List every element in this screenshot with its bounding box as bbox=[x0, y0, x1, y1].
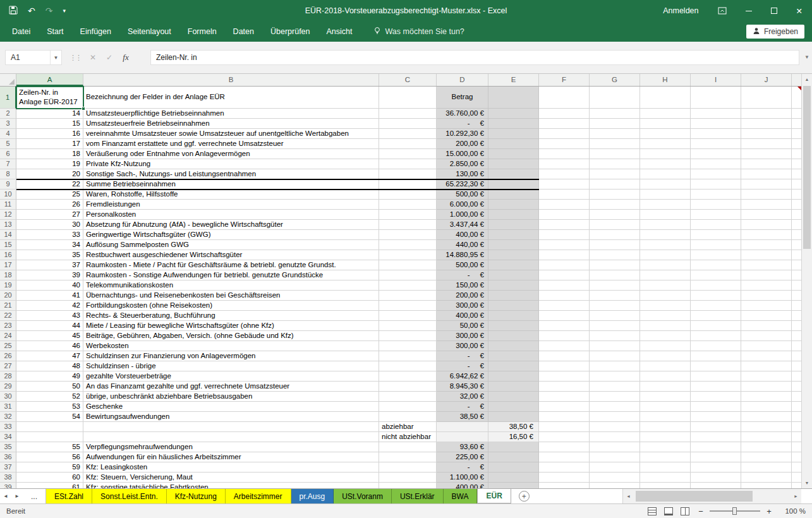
row-header[interactable]: 8 bbox=[0, 169, 16, 179]
row-header[interactable]: 34 bbox=[0, 432, 16, 442]
formula-input[interactable]: Zeilen-Nr. in bbox=[150, 50, 799, 65]
column-header-j[interactable]: J bbox=[741, 74, 792, 86]
cell-b[interactable]: Telekommunikationskosten bbox=[83, 280, 379, 291]
zoom-out-button[interactable]: − bbox=[697, 507, 705, 516]
cell-b[interactable]: Schuldzinsen - übrige bbox=[83, 361, 379, 371]
cell-empty[interactable] bbox=[691, 311, 741, 321]
cell-c[interactable]: nicht abziehbar bbox=[379, 432, 437, 442]
cell-d[interactable]: - € bbox=[437, 361, 488, 371]
cell-empty[interactable] bbox=[539, 109, 590, 119]
cell-empty[interactable] bbox=[691, 351, 741, 361]
cell-empty[interactable] bbox=[590, 432, 640, 442]
sheet-nav-right-icon[interactable]: ► bbox=[11, 489, 23, 503]
cell-c[interactable] bbox=[379, 392, 437, 402]
customize-quick-access-icon[interactable]: ▾ bbox=[63, 8, 66, 14]
column-header-d[interactable]: D bbox=[437, 74, 488, 86]
cell-a[interactable]: 42 bbox=[16, 301, 83, 311]
cell-empty[interactable] bbox=[741, 129, 792, 139]
cell-d[interactable]: 1.100,00 € bbox=[437, 473, 488, 483]
row-header[interactable]: 2 bbox=[0, 109, 16, 119]
cell-empty[interactable] bbox=[741, 159, 792, 169]
cell-empty[interactable] bbox=[691, 483, 741, 488]
cell-empty[interactable] bbox=[691, 412, 741, 422]
cell-c[interactable]: abziehbar bbox=[379, 422, 437, 432]
save-icon[interactable] bbox=[9, 6, 18, 16]
cell-a[interactable]: 35 bbox=[16, 250, 83, 260]
cell-empty[interactable] bbox=[640, 452, 691, 462]
column-header-i[interactable]: I bbox=[691, 74, 741, 86]
row-header[interactable]: 35 bbox=[0, 442, 16, 452]
cell-empty[interactable] bbox=[691, 250, 741, 260]
sheet-nav-left-icon[interactable]: ◄ bbox=[0, 489, 11, 503]
ribbon-tab-formeln[interactable]: Formeln bbox=[179, 21, 225, 42]
row-header[interactable]: 11 bbox=[0, 200, 16, 210]
cell-c[interactable] bbox=[379, 473, 437, 483]
cell-empty[interactable] bbox=[691, 200, 741, 210]
cell-e[interactable] bbox=[488, 260, 539, 270]
cell-empty[interactable] bbox=[640, 311, 691, 321]
row-header[interactable]: 24 bbox=[0, 331, 16, 341]
cell-b[interactable]: Miete / Leasing für bewegliche Wirtschaf… bbox=[83, 321, 379, 331]
cell-a[interactable]: 14 bbox=[16, 109, 83, 119]
normal-view-icon[interactable] bbox=[648, 507, 657, 515]
cell-empty[interactable] bbox=[691, 149, 741, 159]
cell-empty[interactable] bbox=[640, 402, 691, 412]
cell-empty[interactable] bbox=[590, 210, 640, 220]
cell-empty[interactable] bbox=[590, 321, 640, 331]
tell-me-box[interactable]: Was möchten Sie tun? bbox=[373, 27, 464, 37]
cell-d[interactable]: 200,00 € bbox=[437, 291, 488, 301]
cell-empty[interactable] bbox=[590, 311, 640, 321]
column-header-h[interactable]: H bbox=[640, 74, 691, 86]
cell-empty[interactable] bbox=[691, 341, 741, 351]
cell-empty[interactable] bbox=[590, 331, 640, 341]
cell-empty[interactable] bbox=[741, 240, 792, 250]
cell-empty[interactable] bbox=[691, 139, 741, 149]
cell-empty[interactable] bbox=[741, 230, 792, 240]
cell-a[interactable]: 41 bbox=[16, 291, 83, 301]
select-all-corner[interactable] bbox=[0, 74, 16, 86]
cell-empty[interactable] bbox=[640, 371, 691, 382]
cell-empty[interactable] bbox=[539, 483, 590, 488]
cell-a[interactable]: 48 bbox=[16, 361, 83, 371]
cell-empty[interactable] bbox=[640, 87, 691, 109]
cell-empty[interactable] bbox=[640, 220, 691, 230]
cell-empty[interactable] bbox=[640, 169, 691, 179]
cell-empty[interactable] bbox=[741, 382, 792, 392]
cell-a[interactable]: 49 bbox=[16, 371, 83, 382]
cell-e[interactable] bbox=[488, 402, 539, 412]
row-header[interactable]: 10 bbox=[0, 190, 16, 200]
cell-empty[interactable] bbox=[640, 260, 691, 270]
cell-b[interactable] bbox=[83, 422, 379, 432]
cell-empty[interactable] bbox=[539, 230, 590, 240]
cell-empty[interactable] bbox=[691, 473, 741, 483]
cell-d[interactable]: 200,00 € bbox=[437, 139, 488, 149]
cell-d1[interactable]: Betrag bbox=[437, 87, 488, 109]
cell-c[interactable] bbox=[379, 483, 437, 488]
cell-empty[interactable] bbox=[691, 169, 741, 179]
cell-e1[interactable] bbox=[488, 87, 539, 109]
cell-empty[interactable] bbox=[640, 109, 691, 119]
zoom-slider[interactable] bbox=[710, 510, 760, 512]
cell-empty[interactable] bbox=[640, 119, 691, 129]
cell-d[interactable]: 300,00 € bbox=[437, 301, 488, 311]
cell-empty[interactable] bbox=[640, 250, 691, 260]
cell-e[interactable] bbox=[488, 200, 539, 210]
cell-empty[interactable] bbox=[741, 321, 792, 331]
cell-c[interactable] bbox=[379, 462, 437, 473]
cell-empty[interactable] bbox=[640, 149, 691, 159]
column-header-g[interactable]: G bbox=[590, 74, 640, 86]
cell-empty[interactable] bbox=[691, 331, 741, 341]
cell-b[interactable]: Rechts- & Steuerberatung, Buchführung bbox=[83, 311, 379, 321]
cell-empty[interactable] bbox=[590, 230, 640, 240]
cell-c[interactable] bbox=[379, 321, 437, 331]
cell-d[interactable] bbox=[437, 422, 488, 432]
cell-empty[interactable] bbox=[741, 109, 792, 119]
cell-empty[interactable] bbox=[741, 220, 792, 230]
zoom-level[interactable]: 100 % bbox=[778, 507, 806, 515]
scroll-down-icon[interactable]: ▼ bbox=[802, 478, 812, 488]
ribbon-tab-ansicht[interactable]: Ansicht bbox=[318, 21, 361, 42]
cell-c[interactable] bbox=[379, 452, 437, 462]
cell-a[interactable]: 47 bbox=[16, 351, 83, 361]
cell-empty[interactable] bbox=[691, 402, 741, 412]
row-header[interactable]: 20 bbox=[0, 291, 16, 301]
